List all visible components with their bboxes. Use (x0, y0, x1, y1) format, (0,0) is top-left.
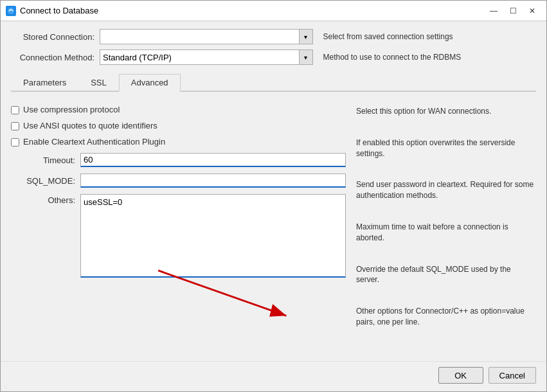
ok-button[interactable]: OK (438, 367, 483, 384)
stored-connection-select[interactable] (100, 29, 313, 44)
tab-advanced[interactable]: Advanced (119, 74, 181, 92)
enable-cleartext-checkbox[interactable] (11, 138, 19, 147)
tab-parameters[interactable]: Parameters (11, 74, 78, 92)
stored-connection-row: Stored Connection: ▾ Select from saved c… (11, 29, 536, 44)
use-compression-label[interactable]: Use compression protocol (23, 105, 120, 114)
tab-content-wrapper: Use compression protocol Use ANSI quotes… (11, 97, 536, 353)
timeout-label: Timeout: (11, 156, 75, 165)
connection-method-hint: Method to use to connect to the RDBMS (323, 53, 537, 62)
connection-method-row: Connection Method: Standard (TCP/IP) ▾ M… (11, 49, 536, 65)
dialog-content: Stored Connection: ▾ Select from saved c… (1, 21, 546, 361)
enable-cleartext-label[interactable]: Enable Cleartext Authentication Plugin (23, 137, 165, 147)
connection-method-wrap: Standard (TCP/IP) ▾ (100, 49, 313, 65)
use-compression-checkbox[interactable] (11, 106, 19, 114)
use-ansi-quotes-checkbox[interactable] (11, 122, 19, 130)
sql-mode-label: SQL_MODE: (11, 176, 75, 186)
others-wrap: useSSL=0 (80, 194, 346, 280)
advanced-left-panel: Use compression protocol Use ANSI quotes… (11, 105, 346, 353)
compression-row: Use compression protocol (11, 105, 346, 114)
sql-mode-hint: Override the default SQL_MODE used by th… (356, 264, 536, 286)
advanced-right-panel: Select this option for WAN connections. … (356, 105, 536, 353)
stored-connection-hint: Select from saved connection settings (323, 32, 537, 41)
sql-mode-input[interactable] (80, 174, 346, 188)
window-title: Connect to Database (20, 6, 485, 15)
maximize-button[interactable]: ☐ (504, 4, 522, 18)
compression-hint: Select this option for WAN connections. (356, 106, 536, 117)
ansi-quotes-row: Use ANSI quotes to quote identifiers (11, 121, 346, 130)
title-bar: Connect to Database — ☐ ✕ (1, 1, 546, 21)
window-controls: — ☐ ✕ (485, 4, 541, 18)
tab-bar: Parameters SSL Advanced (11, 73, 536, 92)
minimize-button[interactable]: — (485, 4, 503, 18)
use-ansi-quotes-label[interactable]: Use ANSI quotes to quote identifiers (23, 121, 157, 130)
cleartext-hint: Send user password in cleartext. Require… (356, 179, 536, 201)
connection-method-select[interactable]: Standard (TCP/IP) (100, 49, 313, 65)
connection-method-label: Connection Method: (11, 53, 94, 62)
svg-point-0 (8, 8, 14, 14)
timeout-row: Timeout: (11, 153, 346, 167)
advanced-tab-content: Use compression protocol Use ANSI quotes… (11, 97, 536, 353)
stored-connection-wrap: ▾ (100, 29, 313, 44)
others-row: Others: useSSL=0 (11, 194, 346, 280)
cleartext-row: Enable Cleartext Authentication Plugin (11, 137, 346, 147)
timeout-hint: Maximum time to wait before a connection… (356, 222, 536, 244)
stored-connection-label: Stored Connection: (11, 32, 94, 42)
dialog-footer: OK Cancel (1, 361, 546, 391)
close-button[interactable]: ✕ (523, 4, 541, 18)
app-icon (6, 6, 16, 16)
others-hint: Other options for Connector/C++ as optio… (356, 306, 536, 328)
cancel-button[interactable]: Cancel (489, 367, 536, 384)
tab-ssl[interactable]: SSL (78, 74, 119, 92)
others-textarea[interactable]: useSSL=0 (80, 194, 346, 278)
sql-mode-row: SQL_MODE: (11, 174, 346, 188)
others-label: Others: (11, 194, 75, 205)
ansi-quotes-hint: If enabled this option overwrites the se… (356, 138, 536, 159)
dialog-window: Connect to Database — ☐ ✕ Stored Connect… (0, 0, 547, 392)
timeout-input[interactable] (80, 153, 346, 167)
